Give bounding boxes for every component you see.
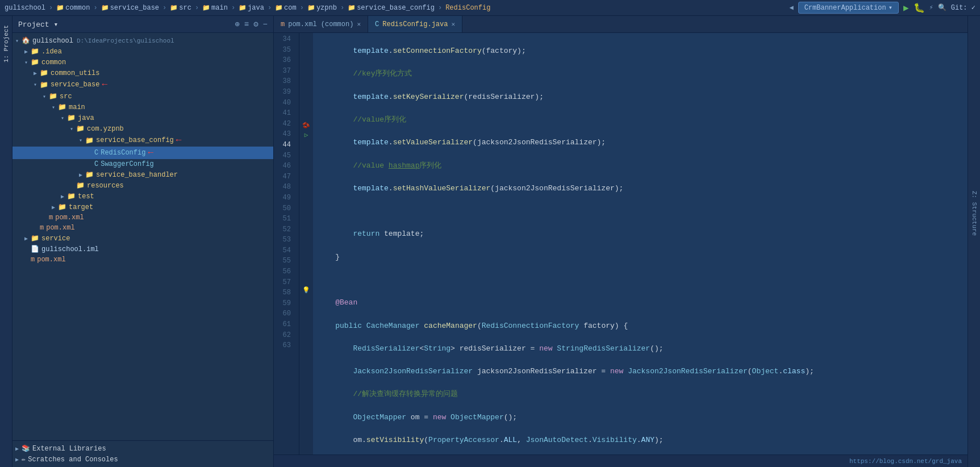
tree-label-service-base: service_base <box>51 81 99 89</box>
line-num-57: 57 <box>274 277 294 288</box>
tree-arrow-target: ▶ <box>49 204 58 211</box>
tree-item-gulischool-iml[interactable]: 📄 gulischool.iml <box>12 244 273 255</box>
tab-pom-xml[interactable]: m pom.xml (common) ✕ <box>274 16 368 32</box>
breadcrumb-sep-8: › <box>340 4 344 12</box>
red-arrow-service-base: ← <box>102 80 107 90</box>
line-num-41: 41 <box>274 108 294 119</box>
project-tab[interactable]: 1: Project <box>2 20 11 67</box>
tree-item-service[interactable]: ▶ 📁 service <box>12 233 273 244</box>
left-tab-bar: 1: Project <box>0 16 12 467</box>
tree-item-gulischool[interactable]: ▾ 🏠 gulischool D:\IdeaProjects\gulischoo… <box>12 35 273 46</box>
line-num-40: 40 <box>274 98 294 109</box>
tree-item-service-base-config[interactable]: ▾ 📁 service_base_config ← <box>12 134 273 147</box>
gutter-52 <box>299 209 313 218</box>
line-num-45: 45 <box>274 151 294 161</box>
profile-icon[interactable]: ⚡ <box>929 3 933 12</box>
main-layout: 1: Project Project ▾ ⊕ ≡ ⚙ − ▾ 🏠 gulisch… <box>0 16 980 467</box>
gutter-60-bulb[interactable]: 💡 <box>299 286 313 295</box>
folder-icon-idea: 📁 <box>31 47 39 56</box>
coverage-icon[interactable]: 🔍 <box>938 3 946 12</box>
breadcrumb-service-base[interactable]: service_base <box>101 4 159 12</box>
line-num-38: 38 <box>274 76 294 87</box>
pom-xml-tab-close[interactable]: ✕ <box>357 20 361 28</box>
library-icon: 📚 <box>22 444 30 453</box>
breadcrumb-redisconfig[interactable]: RedisConfig <box>445 4 490 12</box>
gutter-47 <box>299 160 313 170</box>
gutter-43-bean[interactable]: 🫘 <box>299 121 313 131</box>
line-num-46: 46 <box>274 161 294 172</box>
tree-arrow-test: ▶ <box>58 193 67 200</box>
tree-item-scratches[interactable]: ▶ ✏️ Scratches and Consoles <box>12 454 273 465</box>
tree-item-idea[interactable]: ▶ 📁 .idea <box>12 46 273 57</box>
sidebar-settings-icon[interactable]: ⚙ <box>253 19 258 29</box>
breadcrumb-sep-4: › <box>195 4 199 12</box>
folder-icon-handler: 📁 <box>85 170 94 179</box>
tree-arrow-src: ▾ <box>40 93 49 100</box>
breadcrumb-gulischool[interactable]: gulischool <box>5 4 45 12</box>
tree-item-pom-service-base[interactable]: m pom.xml <box>12 212 273 223</box>
breadcrumb-src[interactable]: src <box>170 4 191 12</box>
navigate-back-icon[interactable]: ◀ <box>789 3 793 12</box>
code-line-34: template.setConnectionFactory(factory); <box>318 45 968 57</box>
tree-item-com-yzpnb[interactable]: ▾ 📁 com.yzpnb <box>12 123 273 134</box>
line-num-61: 61 <box>274 319 294 330</box>
run-config-dropdown-icon[interactable]: ▾ <box>889 3 893 12</box>
line-num-37: 37 <box>274 66 294 77</box>
tree-item-common-utils[interactable]: ▶ 📁 common_utils <box>12 68 273 78</box>
redisconfig-tab-close[interactable]: ✕ <box>451 20 455 28</box>
line-numbers: 34 35 36 37 38 39 40 41 42 43 44 45 46 4… <box>274 33 299 455</box>
tree-item-swaggerconfig[interactable]: C SwaggerConfig <box>12 159 273 169</box>
breadcrumb-sep-3: › <box>162 4 166 12</box>
tree-item-common[interactable]: ▾ 📁 common <box>12 57 273 68</box>
sidebar-collapse-icon[interactable]: ≡ <box>244 20 249 29</box>
tree-item-service-base[interactable]: ▾ 📁 service_base ← <box>12 78 273 91</box>
sidebar-expand-icon[interactable]: ⊕ <box>235 19 239 29</box>
tree-item-java[interactable]: ▾ 📁 java <box>12 112 273 123</box>
tree-label-pom-common: pom.xml <box>46 224 74 232</box>
code-editor[interactable]: 34 35 36 37 38 39 40 41 42 43 44 45 46 4… <box>274 33 968 455</box>
folder-icon-com-yzpnb: 📁 <box>76 124 85 133</box>
tree-item-resources[interactable]: 📁 resources <box>12 180 273 191</box>
gutter-38 <box>299 73 313 82</box>
project-icon: 🏠 <box>22 36 30 45</box>
tree-item-main[interactable]: ▾ 📁 main <box>12 102 273 112</box>
breadcrumb-sep-5: › <box>231 4 235 12</box>
gutter-41 <box>299 102 313 111</box>
breadcrumb-yzpnb[interactable]: yzpnb <box>307 4 337 12</box>
tree-item-service-base-handler[interactable]: ▶ 📁 service_base_handler <box>12 169 273 180</box>
breadcrumb-service-base-config[interactable]: service_base_config <box>348 4 435 12</box>
code-line-40: template.setHashValueSerializer(jackson2… <box>318 183 968 194</box>
tree-item-redisconfig[interactable]: C RedisConfig ← <box>12 147 273 159</box>
tree-item-pom-root[interactable]: m pom.xml <box>12 255 273 265</box>
tree-label-test: test <box>78 193 94 201</box>
sidebar: Project ▾ ⊕ ≡ ⚙ − ▾ 🏠 gulischool D:\Idea… <box>12 16 274 467</box>
tree-label-external-libraries: External Libraries <box>32 445 106 453</box>
gutter-46 <box>299 151 313 160</box>
folder-icon-service-base-config: 📁 <box>85 136 94 145</box>
code-line-39: //value hashmap序列化 <box>318 160 968 172</box>
xml-icon-pom-root: m <box>31 256 35 264</box>
tree-item-test[interactable]: ▶ 📁 test <box>12 191 273 202</box>
breadcrumb-main[interactable]: main <box>202 4 228 12</box>
tree-item-target[interactable]: ▶ 📁 target <box>12 202 273 212</box>
tab-redisconfig[interactable]: C RedisConfig.java ✕ <box>368 16 462 32</box>
tree-item-src[interactable]: ▾ 📁 src <box>12 91 273 102</box>
tree-label-pom-root: pom.xml <box>37 256 65 264</box>
sidebar-minimize-icon[interactable]: − <box>263 20 268 29</box>
gutter-53 <box>299 218 313 228</box>
folder-icon-src: 📁 <box>49 92 57 101</box>
tree-item-external-libraries[interactable]: ▶ 📚 External Libraries <box>12 443 273 454</box>
run-config-button[interactable]: CrmBannerApplication ▾ <box>798 2 899 14</box>
pom-xml-tab-icon: m <box>281 20 285 28</box>
breadcrumb-sep-2: › <box>93 4 97 12</box>
breadcrumb-com[interactable]: com <box>275 4 297 12</box>
run-icon[interactable]: ▶ <box>903 2 909 14</box>
tree-item-pom-common[interactable]: m pom.xml <box>12 223 273 233</box>
structure-tab[interactable]: Z: Structure <box>970 186 979 240</box>
breadcrumb-java[interactable]: java <box>239 4 264 12</box>
code-content[interactable]: template.setConnectionFactory(factory); … <box>313 33 968 455</box>
red-arrow-service-base-config: ← <box>176 135 182 145</box>
gutter-39 <box>299 82 313 92</box>
breadcrumb-common[interactable]: common <box>56 4 90 12</box>
debug-icon[interactable]: 🐛 <box>914 2 925 14</box>
